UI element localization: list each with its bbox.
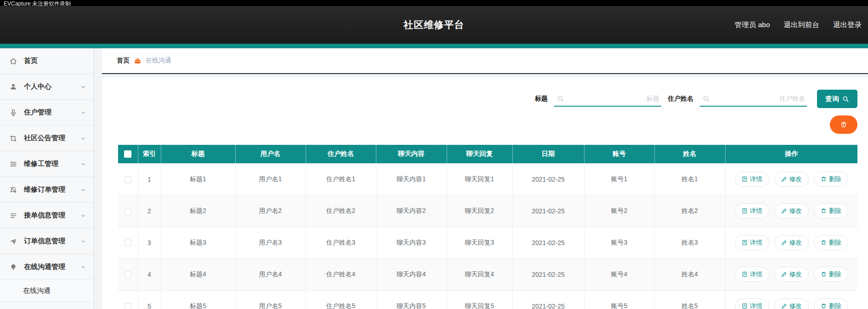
query-button[interactable]: 查询: [817, 90, 857, 108]
column-header-name: 姓名: [654, 145, 725, 163]
app-header: 社区维修平台 管理员 abo 退出到前台 退出登录: [0, 6, 868, 44]
table-row: 4 标题4 用户名4 住户姓名4 聊天内容4 聊天回复4 2021-02-25 …: [118, 258, 857, 290]
resident-name-search-field: [700, 91, 807, 107]
bulk-delete-button[interactable]: [830, 115, 857, 134]
detail-button[interactable]: 详情: [735, 172, 769, 187]
detail-button-label: 详情: [750, 207, 762, 215]
breadcrumb-home-link[interactable]: 首页: [117, 57, 130, 65]
chevron-up-icon: [80, 264, 86, 270]
communication-table: 索引 标题 用户名 住户姓名 聊天内容 聊天回复 日期 账号 姓名 操作: [118, 145, 857, 309]
chevron-down-icon: [80, 238, 86, 245]
query-button-label: 查询: [825, 95, 839, 103]
home-icon: [9, 57, 17, 65]
delete-button-label: 删除: [829, 270, 841, 279]
resident-name-search-label: 住户姓名: [668, 95, 693, 103]
edit-button-label: 修改: [789, 270, 802, 279]
delete-button[interactable]: 删除: [814, 172, 848, 187]
row-checkbox[interactable]: [125, 208, 131, 215]
column-header-content: 聊天内容: [376, 145, 447, 163]
sidebar-item-repair-order-management[interactable]: 维修订单管理: [0, 177, 94, 203]
cell-account: 账号3: [584, 227, 654, 258]
row-checkbox[interactable]: [125, 271, 131, 278]
sidebar-item-community-notice[interactable]: 社区公告管理: [0, 126, 94, 151]
delete-button-label: 删除: [829, 207, 841, 215]
delete-button-label: 删除: [829, 239, 841, 247]
edit-button[interactable]: 修改: [774, 172, 809, 187]
title-search-input[interactable]: [554, 91, 661, 107]
detail-button[interactable]: 详情: [735, 203, 769, 218]
detail-button[interactable]: 详情: [735, 267, 769, 282]
delete-button[interactable]: 删除: [814, 235, 848, 250]
sidebar-item-personal-center[interactable]: 个人中心: [0, 74, 94, 100]
sidebar-item-online-communication-management[interactable]: 在线沟通管理: [0, 254, 94, 280]
cell-content: 聊天内容1: [376, 163, 447, 195]
send-icon: [9, 237, 17, 246]
cell-title: 标题5: [161, 290, 235, 309]
sidebar-item-resident-management[interactable]: 住户管理: [0, 100, 94, 126]
screen-recorder-watermark: EVCapture 未注册软件录制: [0, 0, 868, 6]
sidebar-item-label: 维修订单管理: [24, 185, 80, 194]
row-checkbox[interactable]: [125, 240, 131, 246]
cell-reply: 聊天回复5: [447, 290, 512, 309]
delete-button[interactable]: 删除: [814, 267, 848, 282]
cell-title: 标题4: [161, 258, 235, 290]
edit-button[interactable]: 修改: [774, 267, 809, 282]
cell-content: 聊天内容5: [376, 290, 447, 309]
exit-to-front-link[interactable]: 退出到前台: [784, 20, 820, 30]
sidebar: 首页 个人中心 住户管理 社区公告管理 维修工管理: [0, 48, 94, 309]
edit-button[interactable]: 修改: [774, 298, 809, 309]
row-checkbox[interactable]: [125, 176, 131, 183]
sidebar-item-repairman-management[interactable]: 维修工管理: [0, 151, 94, 177]
breadcrumb: 首页 在线沟通: [102, 48, 868, 74]
cell-resident: 住户姓名3: [306, 227, 376, 258]
search-icon: [842, 96, 849, 103]
cell-username: 用户名1: [235, 163, 306, 195]
row-checkbox[interactable]: [125, 303, 131, 309]
sidebar-item-label: 首页: [24, 57, 86, 65]
delete-button[interactable]: 删除: [814, 203, 848, 218]
admin-user-link[interactable]: 管理员 abo: [735, 20, 770, 30]
sidebar-item-home[interactable]: 首页: [0, 48, 94, 74]
cell-resident: 住户姓名1: [306, 163, 376, 195]
detail-button[interactable]: 详情: [735, 298, 769, 309]
cell-content: 聊天内容2: [376, 195, 447, 227]
title-search-label: 标题: [535, 95, 548, 103]
cell-index: 4: [138, 258, 161, 290]
delete-button-label: 删除: [829, 175, 841, 183]
detail-button[interactable]: 详情: [735, 235, 769, 250]
cell-content: 聊天内容4: [376, 258, 447, 290]
detail-button-label: 详情: [750, 270, 762, 279]
sidebar-item-label: 维修工管理: [24, 160, 80, 168]
cell-index: 3: [138, 227, 161, 258]
delete-button-label: 删除: [829, 302, 841, 309]
cell-reply: 聊天回复1: [447, 163, 512, 195]
table-row: 2 标题2 用户名2 住户姓名2 聊天内容2 聊天回复2 2021-02-25 …: [118, 195, 857, 227]
cell-title: 标题3: [161, 227, 235, 258]
cell-date: 2021-02-25: [512, 290, 584, 309]
briefcase-separator-icon: [134, 57, 141, 64]
select-all-checkbox[interactable]: [124, 150, 131, 158]
detail-button-label: 详情: [750, 175, 762, 183]
sidebar-item-label: 个人中心: [24, 82, 80, 91]
cell-date: 2021-02-25: [512, 163, 584, 195]
cell-reply: 聊天回复4: [447, 258, 512, 290]
sidebar-item-order-info-management[interactable]: 订单信息管理: [0, 229, 94, 254]
cell-account: 账号1: [584, 163, 654, 195]
edit-button[interactable]: 修改: [774, 203, 809, 218]
cell-account: 账号4: [584, 258, 654, 290]
content-card: 标题 住户姓名 查询: [102, 78, 868, 309]
column-header-actions: 操作: [725, 145, 857, 163]
cell-account: 账号5: [584, 290, 654, 309]
trash-icon: [840, 121, 847, 128]
logout-link[interactable]: 退出登录: [833, 20, 862, 30]
sidebar-item-order-taking-management[interactable]: 接单信息管理: [0, 203, 94, 229]
edit-button[interactable]: 修改: [774, 235, 809, 250]
sidebar-subitem-online-communication[interactable]: 在线沟通: [0, 280, 94, 302]
table-header-row: 索引 标题 用户名 住户姓名 聊天内容 聊天回复 日期 账号 姓名 操作: [118, 145, 857, 163]
main-content: 首页 在线沟通 标题 住户姓名 查: [94, 48, 868, 309]
resident-name-search-input[interactable]: [700, 91, 807, 107]
table-row: 5 标题5 用户名5 住户姓名5 聊天内容5 聊天回复5 2021-02-25 …: [118, 290, 857, 309]
cell-index: 2: [138, 195, 161, 227]
cell-username: 用户名2: [235, 195, 306, 227]
delete-button[interactable]: 删除: [814, 298, 848, 309]
